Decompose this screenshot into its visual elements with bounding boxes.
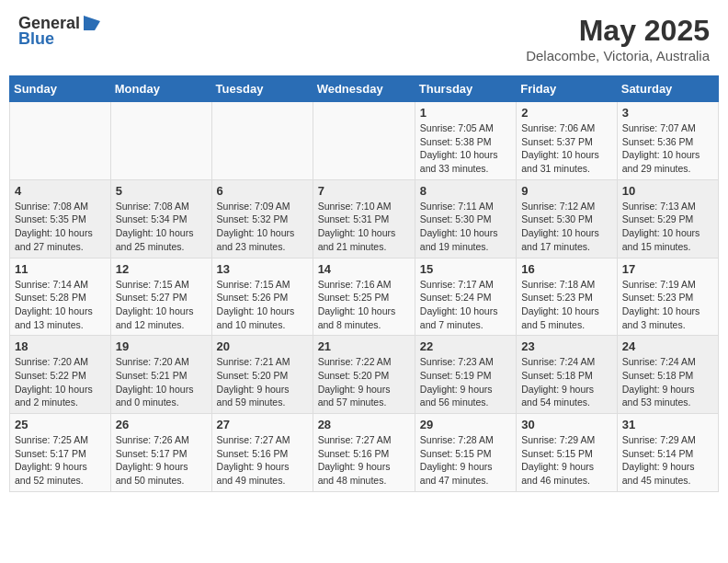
day-info: Sunrise: 7:28 AM Sunset: 5:15 PM Dayligh… xyxy=(420,433,511,488)
calendar-cell xyxy=(313,102,415,180)
day-number: 27 xyxy=(217,418,308,431)
day-number: 19 xyxy=(116,339,207,353)
day-number: 15 xyxy=(420,262,511,276)
calendar-table: SundayMondayTuesdayWednesdayThursdayFrid… xyxy=(9,75,719,492)
day-info: Sunrise: 7:17 AM Sunset: 5:24 PM Dayligh… xyxy=(420,278,511,332)
day-number: 10 xyxy=(622,184,713,198)
weekday-header-sunday: Sunday xyxy=(10,76,111,102)
weekday-header-saturday: Saturday xyxy=(617,76,718,102)
day-info: Sunrise: 7:25 AM Sunset: 5:17 PM Dayligh… xyxy=(15,433,106,488)
weekday-header-friday: Friday xyxy=(517,76,618,102)
day-number: 9 xyxy=(521,184,612,198)
day-info: Sunrise: 7:11 AM Sunset: 5:30 PM Dayligh… xyxy=(420,200,511,254)
calendar-title: May 2025 xyxy=(526,14,710,48)
calendar-cell: 27Sunrise: 7:27 AM Sunset: 5:16 PM Dayli… xyxy=(211,414,313,492)
weekday-header-monday: Monday xyxy=(110,76,211,102)
calendar-cell: 15Sunrise: 7:17 AM Sunset: 5:24 PM Dayli… xyxy=(415,258,516,336)
calendar-week-row: 1Sunrise: 7:05 AM Sunset: 5:38 PM Daylig… xyxy=(10,102,719,180)
day-number: 5 xyxy=(116,184,207,198)
calendar-cell: 24Sunrise: 7:24 AM Sunset: 5:18 PM Dayli… xyxy=(617,336,718,414)
calendar-cell: 31Sunrise: 7:29 AM Sunset: 5:14 PM Dayli… xyxy=(617,414,718,492)
calendar-cell: 14Sunrise: 7:16 AM Sunset: 5:25 PM Dayli… xyxy=(313,258,415,336)
calendar-subtitle: Delacombe, Victoria, Australia xyxy=(526,48,710,63)
day-info: Sunrise: 7:29 AM Sunset: 5:15 PM Dayligh… xyxy=(521,433,612,488)
calendar-cell: 28Sunrise: 7:27 AM Sunset: 5:16 PM Dayli… xyxy=(313,414,415,492)
day-number: 26 xyxy=(116,418,207,431)
day-number: 18 xyxy=(15,339,106,353)
day-number: 28 xyxy=(318,418,410,431)
day-info: Sunrise: 7:13 AM Sunset: 5:29 PM Dayligh… xyxy=(622,200,713,254)
calendar-cell: 13Sunrise: 7:15 AM Sunset: 5:26 PM Dayli… xyxy=(211,258,313,336)
day-info: Sunrise: 7:20 AM Sunset: 5:22 PM Dayligh… xyxy=(15,355,106,409)
day-number: 16 xyxy=(521,262,612,276)
weekday-header-thursday: Thursday xyxy=(415,76,516,102)
day-info: Sunrise: 7:09 AM Sunset: 5:32 PM Dayligh… xyxy=(217,200,308,254)
logo: General Blue xyxy=(18,14,102,49)
svg-marker-0 xyxy=(84,16,100,30)
day-info: Sunrise: 7:16 AM Sunset: 5:25 PM Dayligh… xyxy=(318,278,410,332)
day-info: Sunrise: 7:05 AM Sunset: 5:38 PM Dayligh… xyxy=(420,121,511,176)
day-info: Sunrise: 7:08 AM Sunset: 5:34 PM Dayligh… xyxy=(116,200,207,254)
day-info: Sunrise: 7:26 AM Sunset: 5:17 PM Dayligh… xyxy=(116,433,207,488)
day-info: Sunrise: 7:08 AM Sunset: 5:35 PM Dayligh… xyxy=(15,200,106,254)
day-info: Sunrise: 7:23 AM Sunset: 5:19 PM Dayligh… xyxy=(420,355,511,409)
calendar-week-row: 11Sunrise: 7:14 AM Sunset: 5:28 PM Dayli… xyxy=(10,258,719,336)
calendar-week-row: 4Sunrise: 7:08 AM Sunset: 5:35 PM Daylig… xyxy=(10,179,719,258)
day-number: 6 xyxy=(217,184,308,198)
calendar-cell: 18Sunrise: 7:20 AM Sunset: 5:22 PM Dayli… xyxy=(10,336,111,414)
day-info: Sunrise: 7:24 AM Sunset: 5:18 PM Dayligh… xyxy=(622,355,713,409)
day-info: Sunrise: 7:24 AM Sunset: 5:18 PM Dayligh… xyxy=(521,355,612,409)
day-info: Sunrise: 7:15 AM Sunset: 5:26 PM Dayligh… xyxy=(217,278,308,332)
calendar-header-row: SundayMondayTuesdayWednesdayThursdayFrid… xyxy=(10,76,719,102)
calendar-cell: 23Sunrise: 7:24 AM Sunset: 5:18 PM Dayli… xyxy=(517,336,618,414)
calendar-week-row: 18Sunrise: 7:20 AM Sunset: 5:22 PM Dayli… xyxy=(10,336,719,414)
calendar-cell: 21Sunrise: 7:22 AM Sunset: 5:20 PM Dayli… xyxy=(313,336,415,414)
calendar-cell: 5Sunrise: 7:08 AM Sunset: 5:34 PM Daylig… xyxy=(110,179,211,258)
day-number: 20 xyxy=(217,339,308,353)
day-number: 8 xyxy=(420,184,511,198)
calendar-cell: 9Sunrise: 7:12 AM Sunset: 5:30 PM Daylig… xyxy=(517,179,618,258)
calendar-cell: 6Sunrise: 7:09 AM Sunset: 5:32 PM Daylig… xyxy=(211,179,313,258)
day-info: Sunrise: 7:19 AM Sunset: 5:23 PM Dayligh… xyxy=(622,278,713,332)
day-number: 22 xyxy=(420,339,511,353)
weekday-header-wednesday: Wednesday xyxy=(313,76,415,102)
logo-blue-text: Blue xyxy=(18,29,54,49)
day-number: 21 xyxy=(318,339,410,353)
day-info: Sunrise: 7:29 AM Sunset: 5:14 PM Dayligh… xyxy=(622,433,713,488)
calendar-cell: 26Sunrise: 7:26 AM Sunset: 5:17 PM Dayli… xyxy=(110,414,211,492)
weekday-header-tuesday: Tuesday xyxy=(211,76,313,102)
day-info: Sunrise: 7:07 AM Sunset: 5:36 PM Dayligh… xyxy=(622,121,713,176)
day-info: Sunrise: 7:14 AM Sunset: 5:28 PM Dayligh… xyxy=(15,278,106,332)
day-info: Sunrise: 7:21 AM Sunset: 5:20 PM Dayligh… xyxy=(217,355,308,409)
day-number: 17 xyxy=(622,262,713,276)
calendar-cell: 10Sunrise: 7:13 AM Sunset: 5:29 PM Dayli… xyxy=(617,179,718,258)
calendar-cell xyxy=(110,102,211,180)
calendar-cell: 11Sunrise: 7:14 AM Sunset: 5:28 PM Dayli… xyxy=(10,258,111,336)
day-number: 7 xyxy=(318,184,410,198)
calendar-cell: 7Sunrise: 7:10 AM Sunset: 5:31 PM Daylig… xyxy=(313,179,415,258)
day-number: 29 xyxy=(420,418,511,431)
calendar-cell: 19Sunrise: 7:20 AM Sunset: 5:21 PM Dayli… xyxy=(110,336,211,414)
day-info: Sunrise: 7:22 AM Sunset: 5:20 PM Dayligh… xyxy=(318,355,410,409)
calendar-cell xyxy=(211,102,313,180)
calendar-cell: 22Sunrise: 7:23 AM Sunset: 5:19 PM Dayli… xyxy=(415,336,516,414)
day-info: Sunrise: 7:10 AM Sunset: 5:31 PM Dayligh… xyxy=(318,200,410,254)
day-number: 24 xyxy=(622,339,713,353)
day-number: 11 xyxy=(15,262,106,276)
day-number: 12 xyxy=(116,262,207,276)
day-number: 31 xyxy=(622,418,713,431)
calendar-cell: 4Sunrise: 7:08 AM Sunset: 5:35 PM Daylig… xyxy=(10,179,111,258)
calendar-cell: 17Sunrise: 7:19 AM Sunset: 5:23 PM Dayli… xyxy=(617,258,718,336)
calendar-week-row: 25Sunrise: 7:25 AM Sunset: 5:17 PM Dayli… xyxy=(10,414,719,492)
calendar-cell: 2Sunrise: 7:06 AM Sunset: 5:37 PM Daylig… xyxy=(517,102,618,180)
day-number: 23 xyxy=(521,339,612,353)
day-number: 1 xyxy=(420,106,511,120)
calendar-cell xyxy=(10,102,111,180)
calendar-cell: 29Sunrise: 7:28 AM Sunset: 5:15 PM Dayli… xyxy=(415,414,516,492)
day-info: Sunrise: 7:27 AM Sunset: 5:16 PM Dayligh… xyxy=(217,433,308,488)
page-header: General Blue May 2025 Delacombe, Victori… xyxy=(9,9,719,68)
title-block: May 2025 Delacombe, Victoria, Australia xyxy=(526,14,710,63)
calendar-cell: 8Sunrise: 7:11 AM Sunset: 5:30 PM Daylig… xyxy=(415,179,516,258)
day-number: 3 xyxy=(622,106,713,120)
calendar-cell: 1Sunrise: 7:05 AM Sunset: 5:38 PM Daylig… xyxy=(415,102,516,180)
